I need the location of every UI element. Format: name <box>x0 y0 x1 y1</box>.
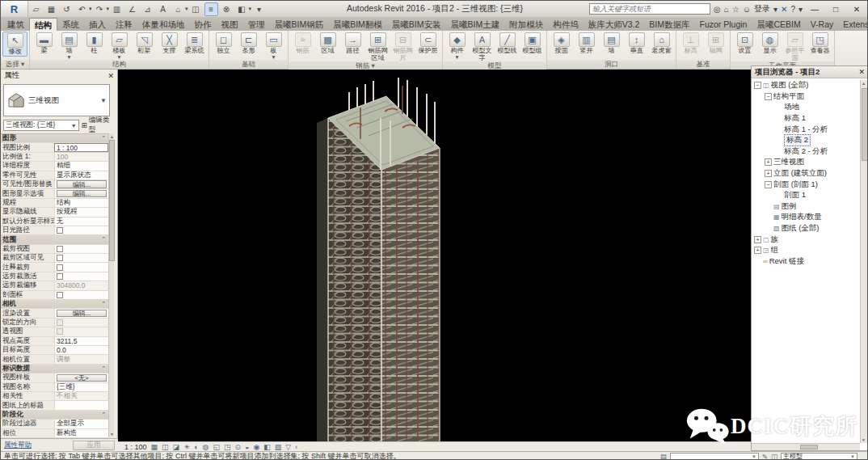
fabric-area-button[interactable]: ⊞钢筋网区域 <box>365 32 390 61</box>
type-selector[interactable]: 三维视图 ▼ <box>3 84 110 116</box>
property-value[interactable]: 1 : 100 <box>54 143 108 151</box>
tab-系统[interactable]: 系统 <box>57 18 84 31</box>
cover-button[interactable]: ⊂保护层 <box>415 32 440 55</box>
property-row[interactable]: 图纸上的标题 <box>1 401 108 410</box>
design-option-select[interactable]: 主模型 ▼ <box>781 453 857 460</box>
property-value[interactable]: 3211.5 <box>54 337 108 345</box>
tree-item-标高 1[interactable]: 标高 1 <box>752 113 859 124</box>
property-value[interactable]: 按规程 <box>54 208 108 216</box>
expand-icon[interactable]: + <box>754 236 761 243</box>
edit-type-button[interactable]: ⊞ 编辑类型 <box>82 116 116 135</box>
view-filter-combobox[interactable]: 三维视图: {三维} ▼ <box>3 120 79 131</box>
tab-插入[interactable]: 插入 <box>84 18 111 31</box>
property-row[interactable]: 视图名称{三维} <box>1 383 108 392</box>
property-row[interactable]: 显示隐藏线按规程 <box>1 208 108 217</box>
component-button[interactable]: ◆构件▼ <box>445 32 470 60</box>
tree-item-标高 1 - 分析[interactable]: 标高 1 - 分析 <box>752 124 859 135</box>
tab-晨曦CEBIM[interactable]: 晨曦CEBIM <box>752 18 805 31</box>
tab-视图[interactable]: 视图 <box>217 18 243 31</box>
tab-BIM数据库[interactable]: BIM数据库 <box>644 18 694 31</box>
thin-lines-icon[interactable]: ≡ <box>204 2 218 16</box>
property-row[interactable]: 详细程度精细 <box>1 162 108 171</box>
property-value[interactable]: 结构 <box>54 199 108 207</box>
property-value[interactable]: 显示原状态 <box>54 171 108 179</box>
dropdown-icon[interactable]: ▾ <box>249 6 252 12</box>
text-icon[interactable]: A <box>156 2 170 16</box>
collapse-icon[interactable]: ⌃ <box>101 365 108 373</box>
tab-Fuzor Plugin[interactable]: Fuzor Plugin <box>694 18 752 31</box>
tab-晨曦BIM安装[interactable]: 晨曦BIM安装 <box>387 18 446 31</box>
property-row[interactable]: 日光路径 <box>1 226 108 235</box>
collapse-icon[interactable]: − <box>765 181 772 188</box>
tree-item-标高 2 - 分析[interactable]: 标高 2 - 分析 <box>752 146 859 158</box>
tree-item-立面 (建筑立面)[interactable]: +立面 (建筑立面) <box>752 168 859 179</box>
model-group-button[interactable]: ▣模型组 <box>520 32 545 55</box>
visual-style-icon[interactable]: ◪ <box>173 443 180 451</box>
rebar-path-button[interactable]: →路径 <box>340 32 365 55</box>
collapse-icon[interactable]: ⌃ <box>101 134 108 142</box>
wall-foundation-button[interactable]: ⊏条形 <box>236 32 261 55</box>
dropdown-icon[interactable]: ▾ <box>185 6 188 12</box>
property-row[interactable]: 远剪裁偏移304800.0 <box>1 281 108 290</box>
property-value[interactable]: 0.0 <box>54 346 108 354</box>
property-row[interactable]: 透视图 <box>1 327 108 336</box>
reveal-hidden-icon[interactable]: ◉ <box>253 443 259 451</box>
tab-晨曦BIM土建[interactable]: 晨曦BIM土建 <box>446 18 505 31</box>
truss-button[interactable]: ◹桁架 <box>132 32 157 55</box>
isolated-foundation-button[interactable]: ◻独立 <box>211 32 236 55</box>
wall-opening-button[interactable]: ▤墙 <box>599 32 624 55</box>
tree-item-族[interactable]: +▢族 <box>752 234 859 245</box>
close-button[interactable]: ✕ <box>848 2 866 15</box>
temporary-hide-isolate-icon[interactable]: ◒ <box>245 443 249 451</box>
application-menu-button[interactable]: R <box>1 1 28 17</box>
property-value[interactable]: 精细 <box>54 162 108 170</box>
property-checkbox[interactable] <box>57 264 63 271</box>
tree-item-剖面 1[interactable]: 剖面 1 <box>752 190 859 201</box>
measure-icon[interactable]: ∠ <box>125 2 139 16</box>
show-workplane-button[interactable]: ◍显示 <box>757 32 782 55</box>
tree-item-结构平面[interactable]: −结构平面 <box>752 91 859 103</box>
dropdown-icon[interactable]: ▾ <box>89 6 92 12</box>
property-edit-button[interactable]: 编辑... <box>57 310 107 318</box>
collapse-icon[interactable]: − <box>765 93 772 100</box>
expand-icon[interactable]: + <box>765 170 772 177</box>
tab-晨曦BIM翻模[interactable]: 晨曦BIM翻模 <box>328 18 387 31</box>
property-row[interactable]: 视图比例1 : 100 <box>1 143 108 152</box>
section-icon[interactable]: ◫ <box>189 2 203 16</box>
scroll-thumb[interactable] <box>862 88 868 161</box>
property-edit-button[interactable]: 编辑... <box>57 190 107 198</box>
properties-help-link[interactable]: 属性帮助 <box>4 441 32 450</box>
property-checkbox[interactable] <box>57 246 63 252</box>
property-value[interactable]: 全部显示 <box>54 420 108 428</box>
modify-button[interactable]: ↖修改 <box>2 32 27 57</box>
scroll-thumb[interactable] <box>109 140 115 261</box>
tree-item-场地[interactable]: 场地 <box>752 102 859 113</box>
tab-族库大师V3.2[interactable]: 族库大师V3.2 <box>584 18 645 31</box>
set-workplane-button[interactable]: ⊡设置 <box>732 32 757 55</box>
crop-view-icon[interactable]: ◱ <box>213 443 220 451</box>
open-icon[interactable]: ▱ <box>29 2 43 16</box>
tab-管理[interactable]: 管理 <box>243 18 270 31</box>
model-line-button[interactable]: ╱模型线 <box>495 32 520 55</box>
worksets-icon[interactable]: ▤ <box>660 453 667 460</box>
property-row[interactable]: 规程结构 <box>1 199 108 208</box>
floor-button[interactable]: ▱楼板▼ <box>107 32 132 60</box>
project-browser-close-icon[interactable]: ✕ <box>858 68 865 76</box>
property-value[interactable]: 无 <box>54 217 108 226</box>
view-scale-button[interactable]: 1 : 100 <box>124 443 147 451</box>
print-icon[interactable]: ▥ <box>110 2 124 16</box>
collapse-icon[interactable]: ⌃ <box>101 300 108 308</box>
property-edit-button[interactable]: <无> <box>57 374 107 382</box>
tree-item-三维视图[interactable]: +三维视图 <box>752 157 859 168</box>
tab-V-Ray[interactable]: V-Ray <box>806 18 839 31</box>
sync-with-central-icon[interactable]: ↺ <box>60 2 74 16</box>
render-dialog-icon[interactable]: ◍ <box>203 443 209 451</box>
property-edit-button[interactable]: 编辑... <box>57 180 107 188</box>
expand-icon[interactable]: + <box>754 247 761 254</box>
property-row[interactable]: 裁剪视图 <box>1 245 108 254</box>
browser-horizontal-scrollbar[interactable] <box>752 443 860 450</box>
account-icon[interactable]: ☺ <box>743 5 751 14</box>
expand-icon[interactable]: + <box>765 158 772 166</box>
help-dropdown-icon[interactable]: ▾ <box>798 5 803 14</box>
brace-button[interactable]: ╳支撑 <box>157 32 182 55</box>
